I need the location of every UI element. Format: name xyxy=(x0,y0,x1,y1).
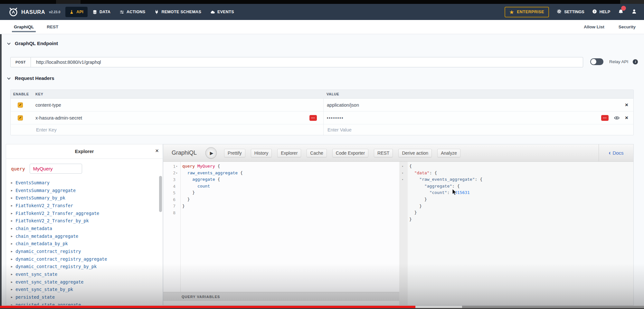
star-icon: ★ xyxy=(509,10,514,14)
explorer-field-dynamic-contract-registry[interactable]: ▶dynamic_contract_registry xyxy=(11,247,163,255)
caret-right-icon: ▶ xyxy=(11,280,13,284)
tab-allow-list[interactable]: Allow List xyxy=(584,24,604,29)
query-variables-editor[interactable] xyxy=(163,301,399,305)
code-line: query MyQuery { xyxy=(182,163,243,170)
tab-rest[interactable]: REST xyxy=(47,24,58,29)
line-number: 5 xyxy=(173,190,175,195)
enterprise-button[interactable]: ★ ENTERPRISE xyxy=(505,7,549,17)
nav-item-remote-schemas[interactable]: REMOTE SCHEMAS xyxy=(150,7,205,17)
relay-api-toggle[interactable] xyxy=(590,58,603,65)
fold-gutter-line: ▾ xyxy=(399,170,408,177)
field-name: event_sync_state_aggregate xyxy=(15,279,83,285)
nav-item-api[interactable]: API xyxy=(65,7,88,17)
request-headers-section-header[interactable]: Request Headers xyxy=(7,75,54,81)
explorer-field-event-sync-state-by-pk[interactable]: ▶event_sync_state_by_pk xyxy=(11,286,163,294)
code-token: { xyxy=(215,164,220,169)
graphql-endpoint-section-header[interactable]: GraphQL Endpoint xyxy=(7,41,58,46)
section-title: Request Headers xyxy=(15,75,54,81)
eye-icon[interactable] xyxy=(614,116,620,120)
toolbar-button-explorer[interactable]: Explorer xyxy=(277,149,301,157)
explorer-field-fiattokenv2-2-transfer-by-pk[interactable]: ▶FiatTokenV2_2_Transfer_by_pk xyxy=(11,217,163,225)
fold-arrow-icon[interactable]: ▾ xyxy=(402,165,405,168)
video-progress-buffered xyxy=(415,306,462,308)
remove-header-icon[interactable]: × xyxy=(625,115,628,121)
tab-graphiql[interactable]: GraphiQL xyxy=(14,24,34,29)
nav-item-data[interactable]: DATA xyxy=(89,7,115,17)
nav-item-label: API xyxy=(76,10,83,14)
explorer-field-persisted-state[interactable]: ▶persisted_state xyxy=(11,293,163,301)
field-name: persisted_state xyxy=(15,295,55,300)
info-icon[interactable]: i xyxy=(633,59,638,64)
toolbar-buttons: PrettifyHistoryExplorerCacheCode Exporte… xyxy=(224,149,460,157)
hasura-brand[interactable]: HASURA v2.23.0 xyxy=(8,7,60,17)
explorer-scrollbar-thumb[interactable] xyxy=(159,176,162,212)
toolbar-button-analyze[interactable]: Analyze xyxy=(437,149,460,157)
query-code[interactable]: query MyQuery { raw_events_aggregate { a… xyxy=(181,162,243,292)
header-enabled-checkbox[interactable]: ✓ xyxy=(18,115,23,121)
field-name: dynamic_contract_registry xyxy=(15,249,81,254)
explorer-field-eventssummary-by-pk[interactable]: ▶EventsSummary_by_pk xyxy=(11,194,163,202)
header-value-value[interactable]: application/json xyxy=(327,102,359,108)
header-value-value[interactable]: •••••••• xyxy=(327,115,344,120)
explorer-field-chain-metadata-by-pk[interactable]: ▶chain_metadata_by_pk xyxy=(11,240,163,248)
toolbar-button-code-exporter[interactable]: Code Exporter xyxy=(332,149,368,157)
nav-item-events[interactable]: EVENTS xyxy=(206,7,238,17)
tab-security[interactable]: Security xyxy=(619,24,636,29)
fold-arrow-icon[interactable]: ▾ xyxy=(402,171,405,175)
relay-api-control: Relay API i xyxy=(590,58,638,65)
video-progress-bar[interactable] xyxy=(0,306,644,309)
code-token: } xyxy=(409,204,422,208)
header-key-value[interactable]: content-type xyxy=(35,102,61,108)
settings-button[interactable]: SETTINGS xyxy=(557,9,584,15)
explorer-field-chain-metadata[interactable]: ▶chain_metadata xyxy=(11,225,163,232)
query-variables-bar[interactable]: QUERY VARIABLES xyxy=(163,292,399,301)
execute-query-button[interactable]: ▶ xyxy=(205,147,217,159)
gear-icon xyxy=(557,9,562,15)
env-var-badge-icon[interactable]: ••• xyxy=(309,115,317,121)
env-var-badge-icon[interactable]: ••• xyxy=(601,115,609,121)
caret-right-icon: ▶ xyxy=(11,189,13,192)
fold-arrow-icon[interactable]: ▾ xyxy=(176,165,179,168)
notifications-button[interactable] xyxy=(618,8,624,16)
remove-header-icon[interactable]: × xyxy=(625,102,628,108)
editor-line-number-gutter: 1▾2▾345678 xyxy=(163,162,181,292)
explorer-field-event-sync-state[interactable]: ▶event_sync_state xyxy=(11,270,163,278)
explorer-field-dynamic-contract-registry-by-pk[interactable]: ▶dynamic_contract_registry_by_pk xyxy=(11,263,163,271)
query-editor-pane: 1▾2▾345678 query MyQuery { raw_events_ag… xyxy=(163,162,399,305)
header-enabled-checkbox[interactable]: ✓ xyxy=(18,102,23,108)
line-number: 4 xyxy=(173,184,175,189)
fold-arrow-icon[interactable]: ▾ xyxy=(176,171,179,175)
new-header-key-input[interactable] xyxy=(35,127,132,133)
field-name: FiatTokenV2_2_Transfer_by_pk xyxy=(15,218,89,223)
fold-arrow-icon[interactable]: ▾ xyxy=(402,178,405,181)
fold-gutter-line xyxy=(399,189,408,196)
docs-button[interactable]: ‹ Docs xyxy=(599,144,633,161)
explorer-field-eventssummary-aggregate[interactable]: ▶EventsSummary_aggregate xyxy=(11,187,163,194)
explorer-field-dynamic-contract-registry-aggregate[interactable]: ▶dynamic_contract_registry_aggregate xyxy=(11,255,163,263)
http-method-label: POST xyxy=(10,57,31,67)
explorer-field-fiattokenv2-2-transfer-aggregate[interactable]: ▶FiatTokenV2_2_Transfer_aggregate xyxy=(11,209,163,217)
code-token: { xyxy=(215,177,220,182)
toolbar-button-cache[interactable]: Cache xyxy=(307,149,327,157)
query-name-input[interactable] xyxy=(30,164,82,174)
header-key-value[interactable]: x-hasura-admin-secret xyxy=(35,115,82,121)
explorer-field-event-sync-state-aggregate[interactable]: ▶event_sync_state_aggregate xyxy=(11,278,163,286)
toolbar-button-history[interactable]: History xyxy=(251,149,272,157)
new-header-value-input[interactable] xyxy=(327,127,423,133)
header-row-actions: •••× xyxy=(601,115,633,121)
help-button[interactable]: ? HELP xyxy=(592,9,610,15)
close-icon[interactable]: × xyxy=(155,147,159,154)
user-menu-button[interactable] xyxy=(631,9,637,15)
toolbar-button-rest[interactable]: REST xyxy=(374,149,393,157)
endpoint-url-input[interactable] xyxy=(31,57,583,67)
explorer-field-chain-metadata-aggregate[interactable]: ▶chain_metadata_aggregate xyxy=(11,232,163,240)
video-progress-played xyxy=(0,306,415,308)
toolbar-button-derive-action[interactable]: Derive action xyxy=(398,149,432,157)
toolbar-button-prettify[interactable]: Prettify xyxy=(224,149,245,157)
query-editor[interactable]: 1▾2▾345678 query MyQuery { raw_events_ag… xyxy=(163,162,399,292)
explorer-field-fiattokenv2-2-transfer[interactable]: ▶FiatTokenV2_2_Transfer xyxy=(11,202,163,209)
graphiql-panel: GraphiQL ▶ PrettifyHistoryExplorerCacheC… xyxy=(163,144,634,305)
nav-item-actions[interactable]: ACTIONS xyxy=(116,7,149,17)
explorer-field-eventssummary[interactable]: ▶EventsSummary xyxy=(11,179,163,187)
explorer-field-persisted-state-aggregate[interactable]: ▶persisted_state_aggregate xyxy=(11,301,163,305)
